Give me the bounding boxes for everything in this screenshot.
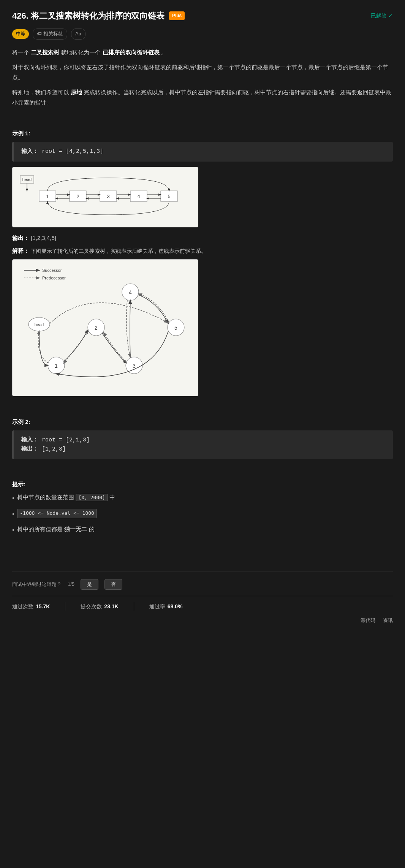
stat-submit-label: 提交次数	[81, 602, 102, 611]
example1-explain-row: 解释： 下图显示了转化后的二叉搜索树，实线表示后继关系，虚线表示前驱关系。	[12, 246, 393, 255]
footer-link-source[interactable]: 源代码	[361, 617, 375, 625]
ll-diagram-container: head 1 2 3 4 5	[12, 167, 198, 227]
svg-text:5: 5	[168, 194, 170, 199]
stat-pass-count: 通过次数 15.7K	[12, 602, 65, 611]
example1-explain-text: 下图显示了转化后的二叉搜索树，实线表示后继关系，虚线表示前驱关系。	[31, 248, 206, 254]
example2-title: 示例 2:	[12, 417, 393, 427]
plus-badge[interactable]: Plus	[169, 11, 185, 20]
svg-text:1: 1	[55, 363, 58, 369]
tag-icon: 🏷	[37, 30, 42, 38]
tags-row: 中等 🏷 相关标签 Aα	[12, 29, 393, 40]
footer-link-info[interactable]: 资讯	[383, 617, 393, 625]
related-tag[interactable]: 🏷 相关标签	[33, 29, 67, 40]
hint-section: 提示: • 树中节点的数量在范围 [0, 2000] 中 • -1000 <= …	[12, 480, 393, 535]
svg-text:head: head	[22, 177, 32, 182]
related-tag-label: 相关标签	[43, 30, 63, 38]
description-2: 对于双向循环列表，你可以将左右孩子指针作为双向循环链表的前驱和后继指针，第一个节…	[12, 62, 393, 83]
hint-item-2: • -1000 <= Node.val <= 1000	[12, 509, 393, 519]
bottom-section: 面试中遇到过这道题？ 1/5 是 否 通过次数 15.7K 提交次数 23.1K…	[12, 571, 393, 611]
font-tag[interactable]: Aα	[71, 29, 85, 40]
svg-text:3: 3	[107, 194, 109, 199]
interview-question: 面试中遇到过这道题？	[12, 581, 62, 589]
hint-item-3: • 树中的所有值都是 独一无二 的	[12, 525, 393, 535]
stat-rate-value: 68.0%	[168, 602, 183, 611]
stat-submit-value: 23.1K	[104, 602, 118, 611]
hint-title: 提示:	[12, 480, 393, 489]
stats-row: 通过次数 15.7K 提交次数 23.1K 通过率 68.0%	[12, 596, 393, 611]
yes-button[interactable]: 是	[81, 579, 98, 590]
font-tag-label: Aα	[75, 31, 81, 36]
solved-badge: 已解答 ✓	[371, 11, 393, 20]
svg-text:Successor: Successor	[42, 268, 62, 273]
svg-text:5: 5	[174, 325, 177, 331]
hint1-code: [0, 2000]	[76, 494, 108, 501]
stat-pass-value: 15.7K	[36, 602, 50, 611]
example2-input-value: root = [2,1,3]	[42, 437, 90, 443]
description-1: 将一个 二叉搜索树 就地转化为一个 已排序的双向循环链表 。	[12, 47, 393, 57]
example2-output-label: 输出：	[21, 446, 38, 452]
title-row: 426. 将二叉搜索树转化为排序的双向链表 Plus 已解答 ✓	[12, 9, 393, 22]
stat-pass-label: 通过次数	[12, 602, 33, 611]
description-3: 特别地，我们希望可以 原地 完成转换操作。当转化完成以后，树中节点的左指针需要指…	[12, 87, 393, 108]
example1-input-label: 输入：	[21, 148, 38, 155]
interview-row: 面试中遇到过这道题？ 1/5 是 否	[12, 579, 393, 590]
svg-text:head: head	[35, 322, 44, 327]
example1-input-block: 输入： root = [4,2,5,1,3]	[12, 142, 393, 162]
svg-text:3: 3	[133, 363, 136, 369]
stat-pass-rate: 通过率 68.0%	[149, 602, 198, 611]
example1-title: 示例 1:	[12, 129, 393, 138]
svg-text:Predecessor: Predecessor	[42, 276, 66, 280]
page-title: 426. 将二叉搜索树转化为排序的双向链表	[12, 9, 165, 22]
example2-output-value: [1,2,3]	[42, 446, 66, 452]
stat-rate-label: 通过率	[149, 602, 165, 611]
svg-text:4: 4	[129, 289, 132, 295]
ll-diagram: head 1 2 3 4 5	[16, 171, 195, 221]
svg-text:2: 2	[95, 325, 98, 331]
example1-output-row: 输出： [1,2,3,4,5]	[12, 233, 393, 243]
svg-text:2: 2	[76, 194, 79, 199]
difficulty-tag[interactable]: 中等	[12, 29, 29, 39]
hint-item-1: • 树中节点的数量在范围 [0, 2000] 中	[12, 493, 393, 503]
bst-diagram-container: Successor Predecessor head 1 2 4 3 5	[12, 259, 198, 396]
example1-output-label: 输出：	[12, 235, 29, 241]
example1-output-value: [1,2,3,4,5]	[31, 235, 56, 241]
svg-text:4: 4	[137, 194, 140, 199]
hint2-code: -1000 <= Node.val <= 1000	[17, 509, 97, 518]
example2-input-label: 输入：	[21, 437, 38, 443]
bst-diagram: Successor Predecessor head 1 2 4 3 5	[16, 263, 195, 397]
stat-submit-count: 提交次数 23.1K	[81, 602, 134, 611]
title-left: 426. 将二叉搜索树转化为排序的双向链表 Plus	[12, 9, 185, 22]
svg-text:1: 1	[46, 194, 49, 199]
interview-count: 1/5	[68, 581, 74, 589]
no-button[interactable]: 否	[104, 579, 122, 590]
example1-input-value: root = [4,2,5,1,3]	[42, 148, 103, 155]
example1-explain-label: 解释：	[12, 248, 29, 254]
example2-block: 输入： root = [2,1,3] 输出： [1,2,3]	[12, 430, 393, 459]
